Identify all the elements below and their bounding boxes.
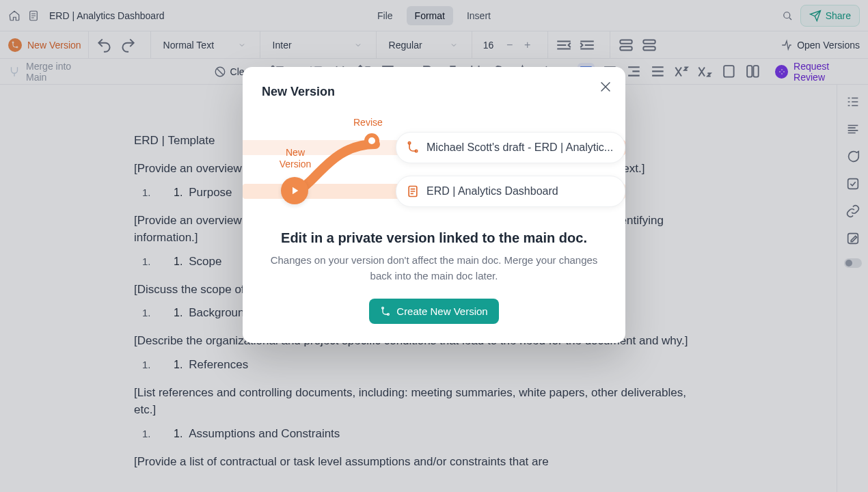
revise-node-icon [364, 133, 379, 148]
modal-title: New Version [262, 85, 606, 99]
modal-subtext: Changes on your version don't affect the… [262, 253, 606, 284]
main-card-title: ERD | Analytics Dashboard [426, 185, 558, 197]
draft-card: Michael Scott's draft - ERD | Analytic..… [396, 132, 625, 163]
modal-headline: Edit in a private version linked to the … [262, 230, 606, 246]
draft-card-title: Michael Scott's draft - ERD | Analytic..… [426, 141, 613, 154]
main-card: ERD | Analytics Dashboard [396, 176, 625, 207]
version-diagram: New Version Revise Michael Scott's draft… [262, 109, 606, 211]
branch-icon [406, 141, 420, 154]
modal-scrim[interactable]: New Version New Version Revise Michael S… [0, 0, 868, 492]
play-node-icon [281, 177, 308, 204]
doc-icon [406, 184, 420, 198]
new-version-modal: New Version New Version Revise Michael S… [243, 67, 625, 343]
branch-icon [380, 306, 391, 317]
rv-label: Revise [353, 117, 383, 128]
cta-label: Create New Version [396, 305, 487, 317]
close-icon[interactable] [598, 79, 613, 94]
create-new-version-button[interactable]: Create New Version [369, 299, 498, 324]
